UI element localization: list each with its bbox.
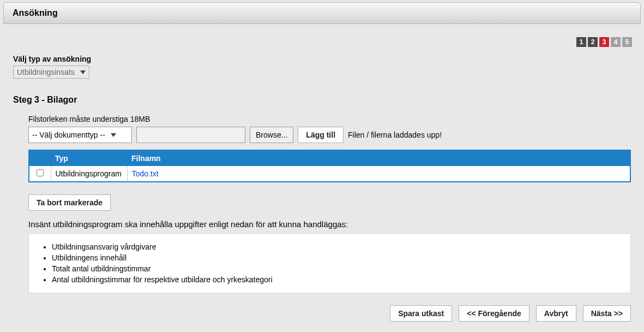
wizard-step-2[interactable]: 2 <box>588 37 598 47</box>
next-button[interactable]: Nästa >> <box>583 305 631 322</box>
doc-type-select[interactable]: -- Välj dokumenttyp -- <box>28 127 132 143</box>
previous-button[interactable]: << Föregående <box>459 305 529 322</box>
info-intro: Insänt utbildningsprogram ska innehålla … <box>28 220 631 229</box>
wizard-steps: 1 2 3 4 5 <box>3 24 641 51</box>
file-table: Typ Filnamn Utbildningsprogram Todo.txt <box>28 150 631 182</box>
info-box: Utbildningsansvarig vårdgivare Utbildnin… <box>28 233 631 293</box>
chevron-down-icon <box>80 70 86 74</box>
cancel-button[interactable]: Avbryt <box>536 305 576 322</box>
wizard-step-1[interactable]: 1 <box>576 37 586 47</box>
footer-buttons: Spara utkast << Föregående Avbryt Nästa … <box>3 297 641 326</box>
col-type: Typ <box>51 150 127 166</box>
step-heading: Steg 3 - Bilagor <box>13 95 631 105</box>
type-select-value: Utbildningsinsats <box>17 68 75 76</box>
row-filename-link[interactable]: Todo.txt <box>132 169 159 178</box>
panel-title: Ansökning <box>3 2 641 24</box>
table-row: Utbildningsprogram Todo.txt <box>29 166 630 182</box>
type-select: Utbildningsinsats <box>13 66 89 79</box>
info-item: Utbildningens innehåll <box>52 252 618 263</box>
wizard-step-5[interactable]: 5 <box>622 37 632 47</box>
doc-type-value: -- Välj dokumenttyp -- <box>32 131 105 139</box>
save-draft-button[interactable]: Spara utkast <box>390 305 452 322</box>
col-checkbox <box>29 150 51 166</box>
chevron-down-icon <box>111 133 116 137</box>
add-file-button[interactable]: Lägg till <box>298 127 344 143</box>
wizard-step-3[interactable]: 3 <box>599 37 609 47</box>
remove-selected-button[interactable]: Ta bort markerade <box>28 194 111 211</box>
browse-button[interactable]: Browse... <box>250 127 293 143</box>
type-select-label: Välj typ av ansökning <box>13 55 631 63</box>
info-item: Utbildningsansvarig vårdgivare <box>52 241 618 252</box>
wizard-step-4[interactable]: 4 <box>611 37 621 47</box>
row-checkbox[interactable] <box>37 169 44 176</box>
info-item: Totalt antal utbildningstimmar <box>52 263 618 274</box>
upload-status: Filen / filerna laddades upp! <box>348 131 442 139</box>
col-filename: Filnamn <box>127 150 630 166</box>
file-path-field[interactable] <box>136 127 245 143</box>
row-type: Utbildningsprogram <box>51 166 127 182</box>
file-size-note: Filstorleken måste understiga 18MB <box>28 115 631 123</box>
info-item: Antal utbildningstimmar för respektive u… <box>52 274 618 285</box>
